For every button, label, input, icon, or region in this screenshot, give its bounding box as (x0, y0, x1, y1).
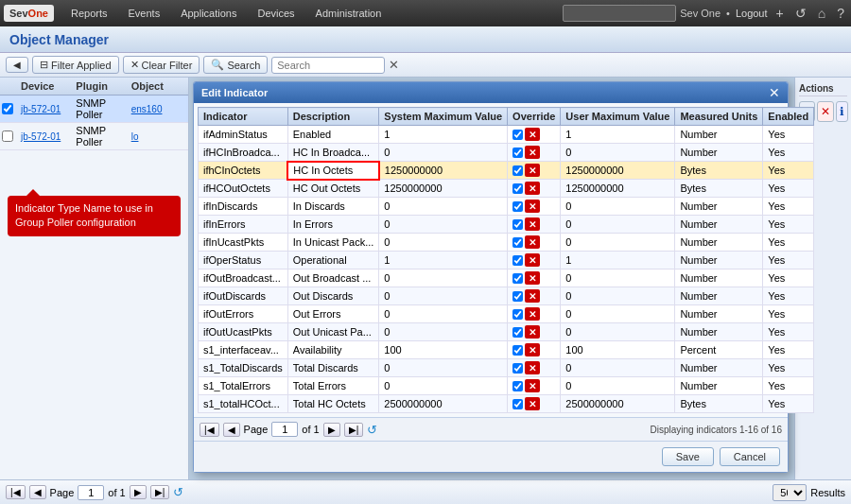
nav-refresh-icon[interactable]: ↺ (792, 6, 809, 21)
override-cell[interactable]: ✕ (508, 377, 561, 395)
nav-events[interactable]: Events (119, 4, 170, 23)
page-last-btn[interactable]: ▶| (344, 423, 364, 437)
override-clear-btn[interactable]: ✕ (525, 361, 540, 374)
units-cell: Number (675, 252, 763, 269)
nav-back-btn[interactable]: ◀ (6, 57, 28, 73)
nav-logout[interactable]: Logout (736, 8, 768, 19)
override-cell[interactable]: ✕ (508, 144, 561, 162)
override-cell[interactable]: ✕ (508, 216, 561, 234)
override-checkbox[interactable] (512, 363, 523, 374)
nav-search-input[interactable] (563, 5, 676, 22)
page-of-label: of 1 (302, 424, 319, 435)
override-checkbox[interactable] (512, 183, 523, 194)
override-cell[interactable]: ✕ (508, 323, 561, 341)
override-clear-btn[interactable]: ✕ (525, 200, 540, 213)
override-cell[interactable]: ✕ (508, 287, 561, 305)
indicator-cell: ifOutDiscards (199, 287, 288, 305)
page-next-btn[interactable]: ▶ (323, 423, 340, 437)
sys-max-cell: 100 (379, 341, 508, 359)
user-max-cell: 1250000000 (561, 180, 675, 198)
override-clear-btn[interactable]: ✕ (525, 235, 540, 249)
table-row[interactable]: jb-572-01 SNMP Poller lo (0, 123, 188, 150)
override-clear-btn[interactable]: ✕ (525, 128, 540, 141)
cancel-btn[interactable]: Cancel (720, 447, 780, 466)
override-cell[interactable]: ✕ (508, 180, 561, 198)
override-clear-btn[interactable]: ✕ (525, 343, 540, 356)
override-cell[interactable]: ✕ (508, 341, 561, 359)
nav-help-icon[interactable]: ? (834, 6, 847, 21)
object-link[interactable]: lo (131, 131, 186, 142)
override-clear-btn[interactable]: ✕ (525, 379, 540, 392)
bottom-page-prev-btn[interactable]: ◀ (29, 485, 46, 499)
override-clear-btn[interactable]: ✕ (525, 146, 540, 159)
override-checkbox[interactable] (512, 148, 523, 158)
override-checkbox[interactable] (512, 291, 523, 302)
page-prev-btn[interactable]: ◀ (223, 423, 240, 437)
table-row: ifInErrorsIn Errors0✕0NumberYes (199, 216, 814, 234)
results-dropdown[interactable]: 50100 (773, 484, 807, 501)
nav-home-icon[interactable]: ⌂ (815, 6, 828, 21)
device-link[interactable]: jb-572-01 (21, 131, 76, 142)
nav-reports[interactable]: Reports (61, 4, 117, 23)
search-btn[interactable]: 🔍 Search (203, 56, 268, 74)
override-checkbox[interactable] (512, 345, 523, 356)
nav-administration[interactable]: Administration (306, 4, 391, 23)
modal-close-btn[interactable]: ✕ (769, 86, 780, 99)
override-checkbox[interactable] (512, 309, 523, 320)
clear-filter-btn[interactable]: ✕ Clear Filter (123, 56, 200, 74)
page-input[interactable] (271, 422, 298, 437)
override-cell[interactable]: ✕ (508, 198, 561, 216)
override-clear-btn[interactable]: ✕ (525, 253, 540, 267)
override-clear-btn[interactable]: ✕ (525, 182, 540, 195)
override-clear-btn[interactable]: ✕ (525, 325, 540, 339)
override-cell[interactable]: ✕ (508, 126, 561, 144)
action-delete-btn[interactable]: ✕ (817, 101, 834, 122)
override-cell[interactable]: ✕ (508, 252, 561, 269)
object-link[interactable]: ens160 (131, 104, 186, 114)
override-cell[interactable]: ✕ (508, 234, 561, 252)
search-input[interactable] (271, 57, 385, 74)
override-cell[interactable]: ✕ (508, 359, 561, 377)
override-clear-btn[interactable]: ✕ (525, 271, 540, 285)
override-checkbox[interactable] (512, 165, 523, 176)
nav-applications[interactable]: Applications (171, 4, 246, 23)
nav-plus-icon[interactable]: + (773, 6, 787, 21)
save-btn[interactable]: Save (662, 447, 714, 466)
bottom-page-input[interactable] (78, 485, 104, 500)
override-clear-btn[interactable]: ✕ (525, 217, 540, 231)
search-icon: 🔍 (211, 59, 224, 71)
override-clear-btn[interactable]: ✕ (525, 397, 540, 410)
override-checkbox[interactable] (512, 237, 523, 248)
override-checkbox[interactable] (512, 219, 523, 230)
override-cell[interactable]: ✕ (508, 305, 561, 323)
override-clear-btn[interactable]: ✕ (525, 164, 540, 177)
nav-devices[interactable]: Devices (248, 4, 304, 23)
search-close-btn[interactable]: ✕ (389, 58, 399, 72)
override-checkbox[interactable] (512, 327, 523, 338)
override-checkbox[interactable] (512, 399, 523, 409)
override-checkbox[interactable] (512, 273, 523, 284)
pagination-refresh-icon[interactable]: ↺ (367, 423, 377, 437)
tooltip-text: Indicator Type Name to use in Group Poll… (15, 202, 153, 228)
action-info-btn[interactable]: ℹ (836, 101, 848, 122)
override-clear-btn[interactable]: ✕ (525, 289, 540, 303)
override-checkbox[interactable] (512, 255, 523, 266)
override-checkbox[interactable] (512, 201, 523, 212)
override-checkbox[interactable] (512, 381, 523, 391)
override-cell[interactable]: ✕ (508, 162, 561, 180)
device-link[interactable]: jb-572-01 (21, 104, 76, 114)
row-checkbox[interactable] (2, 103, 13, 114)
page-first-btn[interactable]: |◀ (200, 423, 219, 437)
row-checkbox[interactable] (2, 130, 13, 142)
bottom-page-next-btn[interactable]: ▶ (130, 485, 147, 499)
bottom-refresh-icon[interactable]: ↺ (173, 485, 183, 499)
filter-applied-btn[interactable]: ⊟ Filter Applied (32, 56, 119, 74)
bottom-page-first-btn[interactable]: |◀ (6, 485, 26, 499)
table-row[interactable]: jb-572-01 SNMP Poller ens160 (0, 96, 188, 123)
override-clear-btn[interactable]: ✕ (525, 307, 540, 321)
bottom-page-last-btn[interactable]: ▶| (150, 485, 170, 499)
override-checkbox[interactable] (512, 130, 523, 140)
override-cell[interactable]: ✕ (508, 269, 561, 287)
units-cell: Number (675, 287, 763, 305)
override-cell[interactable]: ✕ (508, 395, 561, 413)
